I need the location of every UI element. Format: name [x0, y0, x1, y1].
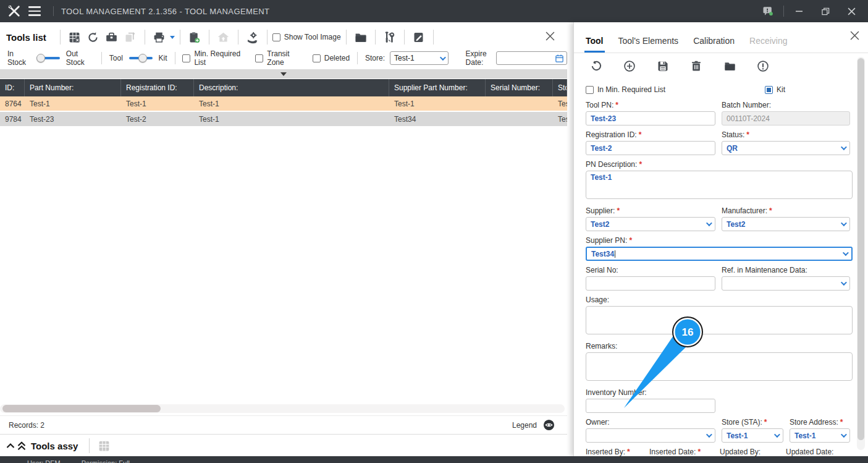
tool-detail-panel: Tool Tool's Elements Calibration Receivi… [573, 22, 868, 456]
tools-swap-icon[interactable] [381, 29, 399, 45]
col-supplier-part-number[interactable]: Supplier Part Number: [389, 79, 486, 96]
home-icon[interactable] [214, 29, 233, 45]
owner-select[interactable] [586, 428, 715, 443]
deleted-checkbox[interactable]: Deleted [313, 54, 350, 62]
serial-no-input[interactable] [586, 276, 715, 291]
hand-gear-icon[interactable] [243, 29, 262, 45]
store-label: Store: [365, 54, 385, 62]
tab-calibration[interactable]: Calibration [693, 36, 735, 53]
tool-pn-input[interactable] [586, 111, 715, 125]
folder-icon[interactable] [352, 29, 370, 45]
expire-date-label: Expire Date: [466, 49, 491, 67]
pn-description-textarea[interactable]: Test-1 [586, 171, 853, 199]
chevron-down-icon [841, 431, 847, 438]
manufacturer-select[interactable]: Test2 [722, 217, 850, 231]
store-sta-select[interactable]: Test-1 [722, 428, 783, 443]
tools-list-toolbar: Tools list [0, 26, 567, 48]
tab-receiving[interactable]: Receiving [749, 36, 787, 53]
registration-id-input[interactable] [586, 141, 715, 155]
inventory-number-input[interactable] [586, 399, 715, 413]
table-row[interactable]: 9784 Test-23 Test-2 Test-1 Test34 Test-1 [0, 112, 567, 127]
col-registration-id[interactable]: Registration ID: [121, 79, 194, 96]
refresh-icon[interactable] [84, 29, 103, 45]
col-serial-number[interactable]: Serial Number: [486, 79, 553, 96]
double-chevron-up-icon[interactable] [16, 440, 27, 451]
remarks-textarea[interactable] [586, 352, 853, 381]
in-min-required-list-checkbox[interactable]: In Min. Required List [586, 85, 715, 94]
tab-tool[interactable]: Tool [586, 36, 604, 53]
undo-icon[interactable] [587, 58, 605, 74]
chevron-down-icon [841, 220, 847, 226]
store-select[interactable]: Test-1 [390, 51, 449, 65]
grid-view-icon[interactable] [65, 29, 84, 45]
col-store[interactable]: Store: [553, 79, 567, 96]
show-tool-image-label: Show Tool Image [284, 33, 341, 41]
minimize-icon[interactable] [789, 2, 810, 20]
usage-textarea[interactable] [586, 306, 853, 334]
tool-pn-label: Tool PN:* [586, 101, 715, 109]
feedback-icon[interactable] [757, 2, 778, 20]
kit-checkbox[interactable]: Kit [765, 85, 785, 94]
manufacturer-label: Manufacturer:* [722, 206, 850, 215]
grid-splitter-handle[interactable] [0, 69, 567, 79]
add-icon[interactable] [620, 58, 639, 74]
tools-assy-title: Tools assy [31, 441, 78, 451]
col-id[interactable]: ID: [0, 79, 25, 96]
toolbox-icon[interactable] [103, 29, 121, 45]
tools-table: ID: Part Number: Registration ID: Descri… [0, 79, 567, 380]
chevron-up-icon[interactable] [5, 440, 16, 451]
close-icon[interactable] [546, 32, 555, 43]
table-row[interactable]: 8764 Test-1 Test-1 Test-1 Test-1 Test-1 [0, 96, 567, 112]
menu-icon[interactable] [28, 3, 44, 19]
expire-date-field[interactable] [496, 51, 567, 65]
supplier-pn-select[interactable]: Test34 [586, 247, 853, 261]
grid-view-icon[interactable] [95, 438, 113, 454]
folder-icon[interactable] [720, 58, 739, 74]
table-header: ID: Part Number: Registration ID: Descri… [0, 79, 567, 96]
expire-date-input[interactable] [499, 54, 555, 62]
supplier-pn-label: Supplier PN:* [586, 236, 853, 245]
save-icon[interactable] [654, 58, 672, 74]
out-stock-label: Out Stock [66, 49, 94, 67]
legend-eye-icon[interactable] [543, 419, 555, 431]
copy-icon[interactable] [121, 29, 140, 45]
supplier-select[interactable]: Test2 [586, 217, 715, 231]
calendar-icon[interactable] [555, 54, 564, 63]
edit-clipboard-icon[interactable] [410, 29, 428, 45]
vertical-scrollbar[interactable] [857, 57, 865, 450]
status-select[interactable]: QR [722, 141, 850, 155]
scrollbar-thumb[interactable] [2, 405, 161, 412]
delete-icon[interactable] [687, 58, 706, 74]
col-description[interactable]: Description: [194, 79, 389, 96]
show-tool-image-checkbox[interactable]: Show Tool Image [272, 33, 341, 41]
legend-label: Legend [512, 421, 537, 430]
print-icon[interactable] [150, 29, 169, 45]
tab-tools-elements[interactable]: Tool's Elements [618, 36, 679, 53]
clipboard-export-icon[interactable] [185, 29, 204, 45]
stock-toggle[interactable] [36, 53, 60, 63]
owner-label: Owner: [586, 418, 715, 427]
horizontal-scrollbar[interactable] [0, 404, 565, 413]
col-part-number[interactable]: Part Number: [25, 79, 121, 96]
window-title: TOOL MANAGEMENT 2.1.356 - TOOL MANAGEMEN… [61, 7, 269, 16]
divider [783, 6, 784, 17]
registration-id-label: Registration ID:* [586, 130, 715, 139]
close-icon[interactable] [841, 2, 862, 20]
supplier-label: Supplier:* [586, 206, 715, 215]
ref-maintenance-select[interactable] [722, 276, 850, 291]
inserted-date-label: Inserted Date:* [649, 448, 714, 456]
checkbox-box[interactable] [272, 33, 280, 41]
min-required-list-checkbox[interactable]: Min. Required List [182, 49, 243, 67]
print-options-caret[interactable] [170, 36, 175, 39]
scrollbar-thumb[interactable] [857, 58, 864, 440]
info-icon[interactable] [754, 58, 772, 74]
transit-zone-checkbox[interactable]: Transit Zone [255, 49, 301, 67]
close-icon[interactable] [850, 31, 859, 43]
tool-kit-toggle[interactable] [129, 53, 153, 63]
status-user: User: DEM [27, 459, 61, 463]
detail-tabs: Tool Tool's Elements Calibration Receivi… [574, 22, 868, 53]
restore-icon[interactable] [815, 2, 836, 20]
status-label: Status:* [722, 130, 850, 139]
store-address-select[interactable]: Test-1 [790, 428, 850, 443]
chevron-down-icon [843, 250, 849, 256]
